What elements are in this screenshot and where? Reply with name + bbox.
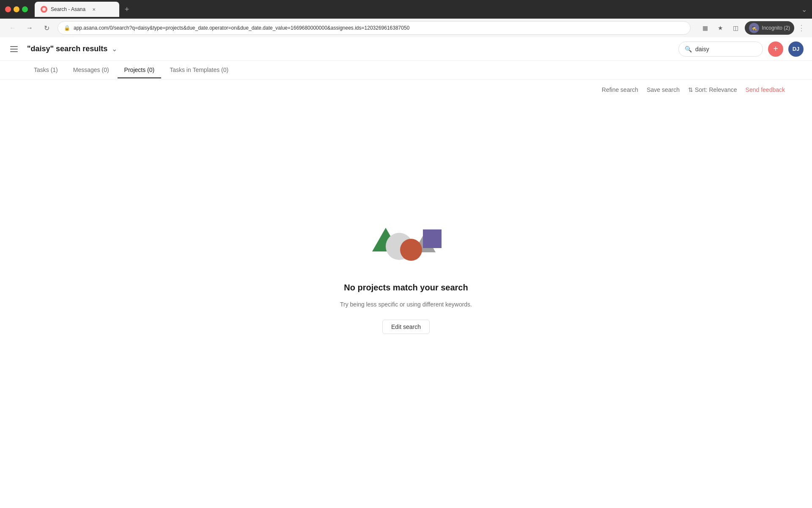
maximize-traffic-light[interactable]: [22, 6, 28, 12]
minimize-traffic-light[interactable]: [14, 6, 19, 12]
hamburger-line: [10, 51, 18, 52]
browser-actions: ▦ ★ ◫ 🕵 Incognito (2) ⋮: [699, 21, 805, 35]
cast-icon[interactable]: ▦: [699, 22, 711, 34]
browser-chrome: Search - Asana ✕ + ⌄ ← → ↻ 🔒 app.asana.c…: [0, 0, 812, 37]
add-task-button[interactable]: +: [768, 41, 783, 57]
purple-square-shape: [423, 229, 442, 248]
empty-illustration: [364, 224, 448, 266]
incognito-avatar-icon: 🕵: [749, 23, 759, 33]
sidebar-toggle-button[interactable]: [8, 42, 22, 56]
lock-icon: 🔒: [64, 25, 70, 31]
tab-tasks-in-templates[interactable]: Tasks in Templates (0): [163, 62, 235, 78]
forward-button[interactable]: →: [24, 22, 36, 34]
tab-bar: Search - Asana ✕ +: [35, 2, 798, 17]
app-topbar: "daisy" search results ⌄ 🔍 + DJ: [0, 37, 812, 61]
address-bar[interactable]: 🔒 app.asana.com/0/search?q=daisy&type=pr…: [58, 21, 691, 35]
incognito-indicator: 🕵 Incognito (2): [745, 21, 794, 35]
main-content: Refine search Save search ⇅ Sort: Releva…: [0, 80, 812, 508]
user-avatar[interactable]: DJ: [788, 41, 804, 57]
orange-circle-shape: [400, 239, 422, 261]
browser-menu-button[interactable]: ⋮: [798, 23, 805, 33]
close-traffic-light[interactable]: [5, 6, 11, 12]
app-content: "daisy" search results ⌄ 🔍 + DJ Tasks (1…: [0, 37, 812, 508]
incognito-label: Incognito (2): [762, 25, 790, 31]
sort-button[interactable]: ⇅ Sort: Relevance: [688, 86, 737, 93]
traffic-lights: [5, 6, 28, 12]
sort-icon: ⇅: [688, 86, 693, 93]
url-text: app.asana.com/0/search?q=daisy&type=proj…: [74, 25, 684, 31]
reload-button[interactable]: ↻: [41, 22, 52, 34]
send-feedback-link[interactable]: Send feedback: [746, 86, 785, 93]
tab-close-button[interactable]: ✕: [91, 6, 97, 13]
sort-label: Sort: Relevance: [695, 86, 737, 93]
page-title: "daisy" search results: [27, 44, 107, 53]
sidebar-icon[interactable]: ◫: [730, 22, 741, 34]
browser-titlebar: Search - Asana ✕ + ⌄: [0, 0, 812, 19]
back-button[interactable]: ←: [7, 22, 19, 34]
title-dropdown-button[interactable]: ⌄: [110, 45, 118, 53]
save-search-link[interactable]: Save search: [647, 86, 680, 93]
page-title-area: "daisy" search results ⌄: [27, 44, 678, 53]
global-search-box[interactable]: 🔍: [678, 41, 763, 57]
hamburger-line: [10, 46, 18, 47]
tab-expand-icon[interactable]: ⌄: [801, 6, 807, 14]
empty-state-title: No projects match your search: [344, 283, 468, 293]
tab-favicon-icon: [41, 6, 47, 13]
tab-tasks[interactable]: Tasks (1): [27, 62, 65, 78]
active-tab[interactable]: Search - Asana ✕: [35, 2, 119, 17]
tab-projects[interactable]: Projects (0): [118, 62, 162, 78]
content-toolbar: Refine search Save search ⇅ Sort: Releva…: [27, 80, 785, 100]
tab-messages[interactable]: Messages (0): [66, 62, 116, 78]
browser-addressbar: ← → ↻ 🔒 app.asana.com/0/search?q=daisy&t…: [0, 19, 812, 37]
empty-state: No projects match your search Try being …: [27, 100, 785, 508]
bookmark-icon[interactable]: ★: [714, 22, 726, 34]
new-tab-button[interactable]: +: [121, 3, 133, 15]
hamburger-line: [10, 49, 18, 50]
search-icon: 🔍: [685, 46, 692, 52]
empty-state-subtitle: Try being less specific or using differe…: [340, 301, 472, 308]
refine-search-link[interactable]: Refine search: [602, 86, 638, 93]
app-tabs: Tasks (1) Messages (0) Projects (0) Task…: [0, 61, 812, 80]
tab-title: Search - Asana: [51, 6, 85, 12]
edit-search-button[interactable]: Edit search: [382, 320, 430, 334]
topbar-actions: 🔍 + DJ: [678, 41, 804, 57]
global-search-input[interactable]: [695, 46, 754, 52]
